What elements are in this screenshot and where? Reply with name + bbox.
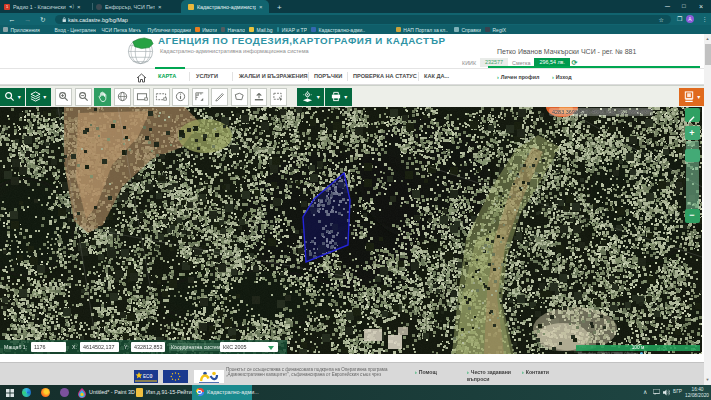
svg-text:ЕСФ: ЕСФ (143, 374, 153, 379)
